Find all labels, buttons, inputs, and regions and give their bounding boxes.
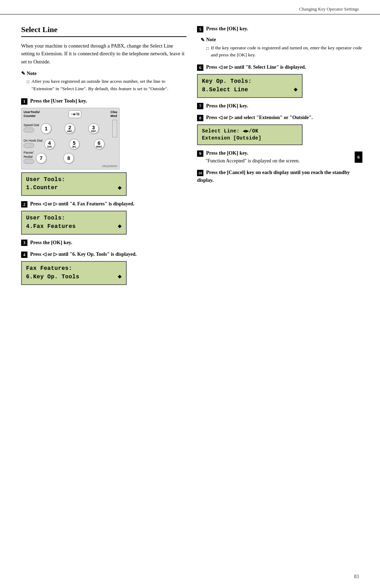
right-column: 5 Press the [OK] key. ✎ Note If the key … bbox=[197, 25, 362, 289]
step-6-label: 6 Press ◁ or ▷ until "8. Select Line" is… bbox=[197, 63, 362, 71]
step-num-8: 8 bbox=[197, 115, 203, 121]
step-3-label: 3 Press the [OK] key. bbox=[21, 239, 186, 247]
pencil-icon-2: ✎ bbox=[201, 37, 205, 43]
step-4-label: 4 Press ◁ or ▷ until "6. Key Op. Tools" … bbox=[21, 250, 186, 258]
lcd-line-2-1: User Tools: bbox=[26, 214, 122, 222]
zeqs-label: ZEQS06GN bbox=[102, 165, 117, 168]
step-9: 9 Press the [OK] key. "Function Accepted… bbox=[197, 149, 362, 165]
step-num-1: 1 bbox=[21, 98, 27, 105]
note-title-1: ✎ Note bbox=[21, 70, 186, 76]
lcd-line-4-2: 8.Select Line ◆ bbox=[202, 85, 298, 94]
step-num-9: 9 bbox=[197, 150, 203, 157]
lcd-display-3: Fax Features: 6.Key Op. Tools ◆ bbox=[21, 261, 127, 285]
step-1: 1 Press the [User Tools] key. UserTools/… bbox=[21, 97, 186, 196]
lcd-arrow-3: ◆ bbox=[118, 272, 122, 281]
lcd-line-1-2: 1.Counter ◆ bbox=[26, 184, 122, 192]
step-num-10: 10 bbox=[197, 170, 203, 176]
lcd-display-4: Key Op. Tools: 8.Select Line ◆ bbox=[197, 74, 303, 98]
step-1-label: 1 Press the [User Tools] key. bbox=[21, 97, 186, 105]
lcd-arrow-2: ◆ bbox=[118, 222, 122, 231]
step-8: 8 Press ◁ or ▷ and select "Extension" or… bbox=[197, 114, 362, 145]
note-block-1: ✎ Note After you have registered an outs… bbox=[21, 70, 186, 92]
step-9-label: 9 Press the [OK] key. bbox=[197, 149, 362, 157]
lcd-arrow-4: ◆ bbox=[294, 85, 298, 94]
lcd-line-3-1: Fax Features: bbox=[26, 265, 122, 272]
section-title: Select Line bbox=[21, 25, 186, 37]
lcd-line-1-1: User Tools: bbox=[26, 176, 122, 184]
note-item-2: If the key operator code is registered a… bbox=[206, 44, 362, 59]
lcd-display-5: Select Line: ◀▶/OK Extension [Outside] bbox=[197, 124, 303, 145]
step-num-4: 4 bbox=[21, 252, 27, 258]
lcd-line-5-1: Select Line: ◀▶/OK bbox=[202, 128, 298, 135]
step-5-label: 5 Press the [OK] key. bbox=[197, 25, 362, 33]
step-6-body: Press ◁ or ▷ until "8. Select Line" is d… bbox=[206, 64, 306, 70]
step-3: 3 Press the [OK] key. bbox=[21, 239, 186, 247]
note-block-2: ✎ Note If the key operator code is regis… bbox=[201, 37, 362, 59]
step-8-label: 8 Press ◁ or ▷ and select "Extension" or… bbox=[197, 114, 362, 122]
page-header: Changing Key Operator Settings bbox=[0, 0, 380, 14]
step-num-7: 7 bbox=[197, 103, 203, 109]
keyboard-image: UserTools/Counter ○◈/⊞ CleaMod Speed Dia… bbox=[21, 108, 120, 169]
lcd-arrow-1: ◆ bbox=[118, 184, 122, 192]
step-10: 10 Press the [Cancel] key on each displa… bbox=[197, 169, 362, 184]
lcd-line-4-1: Key Op. Tools: bbox=[202, 78, 298, 85]
step-num-3: 3 bbox=[21, 240, 27, 246]
note-title-2: ✎ Note bbox=[201, 37, 362, 43]
step-9-body: "Function Accepted" is displayed on the … bbox=[205, 157, 362, 165]
page-footer: 83 bbox=[354, 574, 359, 580]
step-5: 5 Press the [OK] key. bbox=[197, 25, 362, 33]
step-num-6: 6 bbox=[197, 64, 203, 71]
step-2-body: Press ◁ or ▷ until "4. Fax Features" is … bbox=[30, 201, 134, 206]
lcd-display-2: User Tools: 4.Fax Features ◆ bbox=[21, 211, 127, 235]
step-10-label: 10 Press the [Cancel] key on each displa… bbox=[197, 169, 362, 184]
left-column: Select Line When your machine is connect… bbox=[21, 25, 186, 289]
lcd-line-3-2: 6.Key Op. Tools ◆ bbox=[26, 272, 122, 281]
step-4-body: Press ◁ or ▷ until "6. Key Op. Tools" is… bbox=[30, 252, 137, 257]
step-2: 2 Press ◁ or ▷ until "4. Fax Features" i… bbox=[21, 200, 186, 234]
step-num-2: 2 bbox=[21, 201, 27, 208]
intro-text: When your machine is connected through a… bbox=[21, 42, 186, 66]
note-text-2: If the key operator code is registered a… bbox=[201, 44, 362, 59]
step-4: 4 Press ◁ or ▷ until "6. Key Op. Tools" … bbox=[21, 250, 186, 285]
step-7: 7 Press the [OK] key. bbox=[197, 102, 362, 110]
tab-marker: 6 bbox=[355, 151, 362, 163]
step-6: 6 Press ◁ or ▷ until "8. Select Line" is… bbox=[197, 63, 362, 98]
note-item-1: After you have registered an outside lin… bbox=[27, 78, 186, 92]
step-7-label: 7 Press the [OK] key. bbox=[197, 102, 362, 110]
header-title: Changing Key Operator Settings bbox=[299, 6, 359, 12]
pencil-icon: ✎ bbox=[21, 70, 25, 76]
note-text-1: After you have registered an outside lin… bbox=[21, 78, 186, 92]
step-num-5: 5 bbox=[197, 26, 203, 32]
lcd-display-1: User Tools: 1.Counter ◆ bbox=[21, 172, 127, 196]
step-8-body: Press ◁ or ▷ and select "Extension" or "… bbox=[206, 115, 313, 120]
step-2-label: 2 Press ◁ or ▷ until "4. Fax Features" i… bbox=[21, 200, 186, 208]
lcd-line-5-2: Extension [Outside] bbox=[202, 135, 298, 142]
page-number: 83 bbox=[354, 574, 359, 579]
lcd-line-2-2: 4.Fax Features ◆ bbox=[26, 222, 122, 231]
